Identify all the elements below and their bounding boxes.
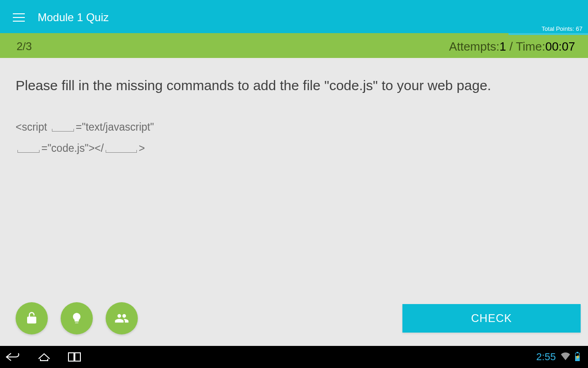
code-text: > (139, 142, 145, 154)
battery-icon: ⚡ (575, 353, 580, 361)
people-icon (114, 311, 129, 326)
footer-row: CHECK (0, 300, 588, 337)
home-icon[interactable] (37, 351, 51, 362)
fab-row (16, 302, 138, 334)
time-value: 00:07 (545, 40, 575, 53)
page-title: Module 1 Quiz (38, 11, 109, 24)
lock-open-icon (25, 311, 39, 325)
blank-input-2[interactable] (17, 150, 40, 153)
code-line-2: ="code.js"></> (16, 138, 572, 159)
svg-rect-1 (75, 353, 80, 361)
time-label: Time: (516, 40, 545, 53)
check-button[interactable]: CHECK (402, 304, 581, 333)
status-clock: 2:55 (536, 351, 556, 363)
total-points-label: Total Points: 67 (542, 25, 582, 32)
nav-left (6, 351, 81, 362)
question-prompt: Please fill in the missing commands to a… (16, 76, 572, 94)
attempts-time: Attempts:1 / Time:00:07 (449, 40, 575, 54)
blank-input-1[interactable] (52, 129, 74, 132)
separator: / (506, 40, 516, 53)
recent-apps-icon[interactable] (68, 352, 81, 362)
code-text: <script (16, 121, 50, 133)
back-icon[interactable] (6, 351, 20, 362)
content-area: Please fill in the missing commands to a… (0, 58, 588, 177)
wifi-icon (560, 352, 571, 362)
android-nav-bar: 2:55 ⚡ (0, 346, 588, 368)
code-fill-area: <script ="text/javascript" ="code.js"></… (16, 116, 572, 159)
blank-input-3[interactable] (106, 150, 137, 153)
code-text: ="code.js"></ (41, 142, 104, 154)
attempts-value: 1 (499, 40, 506, 53)
lightbulb-icon (70, 312, 83, 325)
progress-fill (0, 33, 509, 35)
info-bar: 2/3 Attempts:1 / Time:00:07 (0, 35, 588, 58)
code-text: ="text/javascript" (76, 121, 154, 133)
hint-button[interactable] (61, 302, 93, 334)
community-button[interactable] (106, 302, 138, 334)
question-counter: 2/3 (17, 40, 32, 53)
attempts-label: Attempts: (449, 40, 499, 53)
menu-icon[interactable] (13, 13, 25, 22)
svg-rect-0 (68, 353, 74, 361)
app-header: Module 1 Quiz Total Points: 67 (0, 0, 588, 35)
code-line-1: <script ="text/javascript" (16, 116, 572, 138)
progress-bar (0, 33, 588, 35)
nav-right: 2:55 ⚡ (536, 351, 580, 363)
unlock-button[interactable] (16, 302, 48, 334)
